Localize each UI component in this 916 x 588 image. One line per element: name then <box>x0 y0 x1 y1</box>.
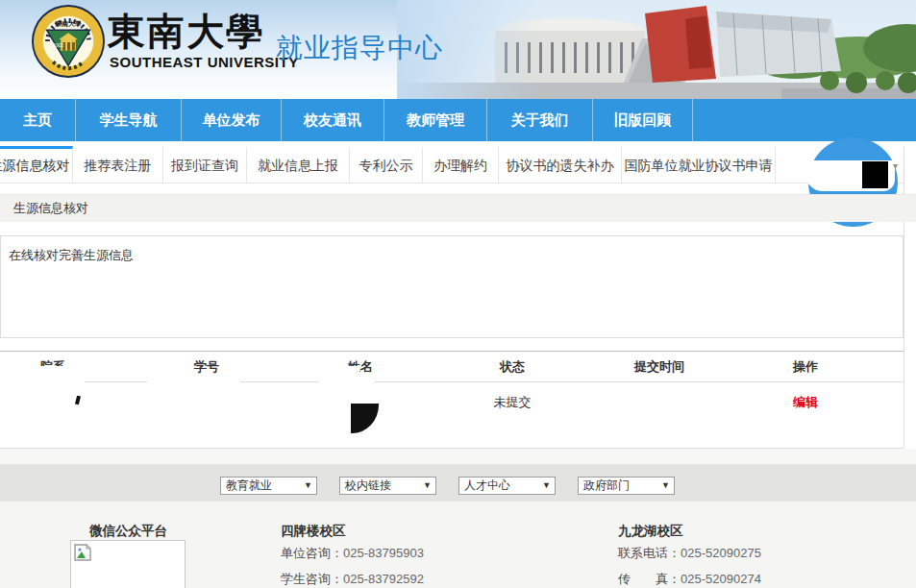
user-menu-caret-icon[interactable]: ▾ <box>893 160 898 171</box>
dropdown-government[interactable]: 政府部门 ▼ <box>578 477 675 495</box>
jiulonghu-campus-heading: 九龙湖校区 <box>618 523 683 540</box>
dropdown-arrow-icon: ▼ <box>304 478 312 494</box>
dropdown-value: 校内链接 <box>345 478 391 492</box>
redaction-box <box>0 366 85 384</box>
campus-building-photo <box>397 0 916 99</box>
source-info-table: 院系 学号 姓名 状态 提交时间 操作 未提交 编辑 <box>0 351 904 448</box>
cell-submit-time <box>611 382 707 448</box>
dropdown-talent-center[interactable]: 人才中心 ▼ <box>458 477 556 495</box>
nav-item-employer-post[interactable]: 单位发布 <box>182 99 282 141</box>
redaction-box <box>147 377 240 384</box>
col-header-action: 操作 <box>707 352 904 381</box>
col-header-submit-time: 提交时间 <box>611 352 707 381</box>
dropdown-education-employment[interactable]: 教育就业 ▼ <box>220 477 317 495</box>
nav-item-home[interactable]: 主页 <box>0 99 76 141</box>
sipailou-employer-phone: 单位咨询：025-83795903 <box>281 545 424 562</box>
phone-label: 学生咨询： <box>281 572 343 586</box>
tab-contract-termination[interactable]: 办理解约 <box>423 146 499 183</box>
footer: 微信公众平台 四牌楼校区 单位咨询：025-83795903 学生咨询：025-… <box>0 502 916 588</box>
tab-agreement-loss-reissue[interactable]: 协议书的遗失补办 <box>499 146 622 183</box>
nav-item-teacher-admin[interactable]: 教师管理 <box>384 99 487 141</box>
dropdown-arrow-icon: ▼ <box>423 478 432 494</box>
nav-item-about-us[interactable]: 关于我们 <box>487 99 593 141</box>
fax-number: 025-52090274 <box>681 572 761 586</box>
col-header-status: 状态 <box>413 352 611 381</box>
svg-text:東南大學: 東南大學 <box>54 20 81 28</box>
content-right-border <box>904 146 904 448</box>
dropdown-campus-links[interactable]: 校内链接 ▼ <box>339 477 436 495</box>
phone-label: 单位咨询： <box>281 546 343 560</box>
dropdown-value: 教育就业 <box>226 478 272 492</box>
sipailou-student-phone: 学生咨询：025-83792592 <box>281 571 424 588</box>
table-row: 未提交 编辑 <box>0 382 904 448</box>
tab-defense-agreement-apply[interactable]: 国防单位就业协议书申请 <box>622 146 776 183</box>
dropdown-value: 人才中心 <box>464 478 510 492</box>
cell-status: 未提交 <box>413 382 611 448</box>
tab-patent-publicity[interactable]: 专利公示 <box>350 146 423 183</box>
nav-item-old-version[interactable]: 旧版回顾 <box>593 99 693 141</box>
edit-link[interactable]: 编辑 <box>793 395 818 409</box>
footer-strip <box>0 449 916 464</box>
jiulonghu-contact-phone: 联系电话：025-52090275 <box>618 545 761 562</box>
page: 東南大學 1902 東南大學 SOUTHEAST UNIVERSITY 就业指导… <box>0 0 916 588</box>
wechat-heading: 微信公众平台 <box>89 523 167 540</box>
tab-source-info-check[interactable]: 生源信息核对 <box>0 146 73 183</box>
svg-text:1902: 1902 <box>53 43 63 48</box>
page-title: 生源信息核对 <box>13 195 916 222</box>
redaction-box <box>862 161 888 188</box>
wechat-qr-image-placeholder <box>70 540 186 588</box>
university-seal-logo: 東南大學 1902 <box>31 3 106 80</box>
jiulonghu-fax: 传 真：025-52090274 <box>618 571 761 588</box>
university-name-en: SOUTHEAST UNIVERSITY <box>110 54 299 70</box>
intro-box: 在线核对完善生源信息 <box>0 235 904 338</box>
dropdown-arrow-icon: ▼ <box>661 478 670 494</box>
tab-employment-info-report[interactable]: 就业信息上报 <box>247 146 350 183</box>
redaction-box <box>319 366 359 384</box>
dropdown-value: 政府部门 <box>583 478 630 492</box>
intro-text: 在线核对完善生源信息 <box>9 247 903 264</box>
fax-label: 传 真： <box>618 572 681 586</box>
sub-nav-tabbar: 生源信息核对 推荐表注册 报到证查询 就业信息上报 专利公示 办理解约 协议书的… <box>0 146 904 184</box>
phone-number: 025-83792592 <box>343 572 424 586</box>
tab-registration-card-query[interactable]: 报到证查询 <box>163 146 247 183</box>
site-title: 就业指导中心 <box>276 30 443 66</box>
phone-number: 025-83795903 <box>343 546 424 560</box>
redaction-box <box>359 378 375 384</box>
main-nav: 主页 学生导航 单位发布 校友通讯 教师管理 关于我们 旧版回顾 <box>0 99 916 141</box>
cell-student-id <box>106 382 308 448</box>
broken-image-icon <box>74 544 91 561</box>
footer-link-bar: 教育就业 ▼ 校内链接 ▼ 人才中心 ▼ 政府部门 ▼ <box>0 464 916 502</box>
section-title-bar: 生源信息核对 <box>0 194 916 222</box>
nav-item-student-guide[interactable]: 学生导航 <box>76 99 182 141</box>
tab-recommendation-register[interactable]: 推荐表注册 <box>73 146 163 183</box>
phone-number: 025-52090275 <box>681 546 761 560</box>
cell-department <box>0 382 106 448</box>
phone-label: 联系电话： <box>618 546 681 560</box>
nav-item-alumni[interactable]: 校友通讯 <box>282 99 384 141</box>
dropdown-arrow-icon: ▼ <box>542 478 551 494</box>
university-name-cn: 東南大學 <box>108 6 281 58</box>
table-header-row: 院系 学号 姓名 状态 提交时间 操作 <box>0 352 904 382</box>
site-header: 東南大學 1902 東南大學 SOUTHEAST UNIVERSITY 就业指导… <box>0 0 916 99</box>
sipailou-campus-heading: 四牌楼校区 <box>281 523 346 540</box>
